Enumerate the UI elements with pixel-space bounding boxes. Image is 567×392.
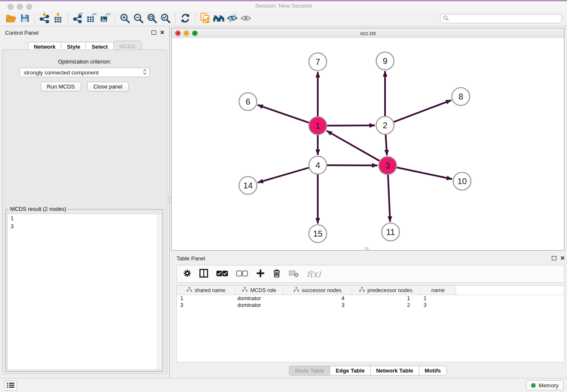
new-network-from-selection-button[interactable] [198,12,212,25]
gear-icon [183,269,191,279]
toolbar-separator [175,13,176,24]
export-image-button[interactable] [98,12,112,25]
node-label-15: 15 [313,229,322,238]
delete-table-icon [289,270,299,279]
plus-icon [256,269,265,279]
export-table-button[interactable] [85,12,98,25]
table-row[interactable]: 1dominator411 [177,295,564,302]
column-header-name[interactable]: name [420,286,456,295]
first-neighbors-button[interactable] [212,12,226,25]
open-session-button[interactable] [4,12,18,25]
export-network-button[interactable] [71,12,85,25]
close-panel-button[interactable]: Close panel [87,82,129,91]
deselect-all-columns-button[interactable] [236,271,248,278]
table-panel-title: Table Panel [176,255,205,262]
network-window-title: scc.txt [172,30,564,36]
network-canvas[interactable]: 1234678910111415 [172,38,564,250]
table-header-filler [456,286,564,295]
import-network-button[interactable] [38,12,51,25]
node-label-4: 4 [315,160,320,170]
panel-divider-grip[interactable] [168,196,171,203]
tab-motifs[interactable]: Motifs [419,366,447,375]
mcds-result-list[interactable]: 13 [7,214,161,370]
zoom-selected-button[interactable] [159,12,172,25]
export-image-icon [99,13,111,25]
tree-icon [359,287,365,293]
edge-4-3[interactable] [327,165,377,166]
zoom-fit-button[interactable] [145,12,159,25]
zoom-in-button[interactable] [118,12,132,25]
criterion-value: strongly connected component [24,69,99,76]
run-mcds-button[interactable]: Run MCDS [41,82,81,91]
task-history-button[interactable] [4,381,17,391]
edge-1-6[interactable] [258,105,309,123]
close-panel-icon[interactable]: × [160,30,164,36]
criterion-select[interactable]: strongly connected component [19,68,150,77]
export-table-icon [86,13,97,25]
refresh-layout-button[interactable] [179,12,192,25]
session-title: Session: New Session [0,3,567,9]
table-panel-header: Table Panel × [176,253,564,263]
main-toolbar [0,11,567,26]
column-header-predecessor-nodes[interactable]: predecessor nodes [352,286,420,295]
result-scrollbar[interactable] [157,214,161,370]
delete-column-button[interactable] [273,269,281,279]
import-table-button[interactable] [51,12,65,25]
toolbar-separator [34,13,35,24]
app-titlebar: Session: New Session [0,0,567,12]
canvas-resize-grip[interactable] [365,247,369,250]
columns-icon [199,269,208,279]
unchecked-boxes-icon [236,271,248,278]
list-icon [7,382,14,389]
status-bar: Memory [0,378,567,392]
table-toolbar: f(x) [176,265,564,283]
import-table-icon [52,13,63,25]
float-table-panel-icon[interactable] [552,255,556,262]
column-header-shared-name[interactable]: shared name [177,286,235,295]
search-input[interactable] [451,14,561,23]
hide-selected-button[interactable] [226,12,239,25]
edge-2-3[interactable] [385,135,387,155]
edge-4-14[interactable] [258,168,309,182]
memory-button[interactable]: Memory [526,380,564,390]
toolbar-separator [115,13,115,24]
save-session-button[interactable] [18,12,31,25]
table-row[interactable]: 3dominator323 [177,302,564,309]
apply-function-button[interactable]: f(x) [307,269,321,279]
search-box[interactable] [440,14,562,23]
edge-2-8[interactable] [394,100,451,122]
network-window-titlebar: scc.txt × − + [172,28,564,39]
column-header-mcds-role[interactable]: MCDS role [235,286,284,295]
edge-3-11[interactable] [388,175,390,222]
zoom-out-button[interactable] [132,12,145,25]
edge-3-10[interactable] [397,168,452,179]
network-graph: 1234678910111415 [172,38,564,250]
import-network-icon [39,13,50,25]
tab-network-table[interactable]: Network Table [370,366,419,375]
close-table-panel-icon[interactable]: × [561,255,564,261]
select-all-columns-button[interactable] [216,271,228,278]
control-panel-header: Control Panel × [0,26,169,39]
refresh-icon [180,13,190,25]
node-label-1: 1 [315,121,320,130]
add-column-button[interactable] [256,269,265,279]
houses-icon [213,13,225,25]
float-panel-icon[interactable] [151,30,156,36]
column-settings-button[interactable] [183,269,191,279]
node-label-14: 14 [243,181,253,190]
tab-edge-table[interactable]: Edge Table [330,366,370,375]
show-columns-button[interactable] [199,269,208,279]
column-header-successor-nodes[interactable]: successor nodes [284,286,352,295]
tree-icon [187,287,192,293]
delete-table-button[interactable] [289,270,299,279]
node-label-8: 8 [458,92,463,101]
tab-node-table[interactable]: Node Table [289,366,330,375]
table-rows: 1dominator4113dominator323 [177,295,564,309]
node-table: shared name MCDS role successor nodes pr… [176,285,564,362]
toolbar-separator [195,13,195,24]
edge-1-2[interactable] [327,125,375,126]
edge-3-1[interactable] [327,131,380,161]
node-label-3: 3 [385,161,390,170]
optimization-criterion-label: Optimization criterion: [3,58,167,65]
show-all-button[interactable] [239,12,253,25]
